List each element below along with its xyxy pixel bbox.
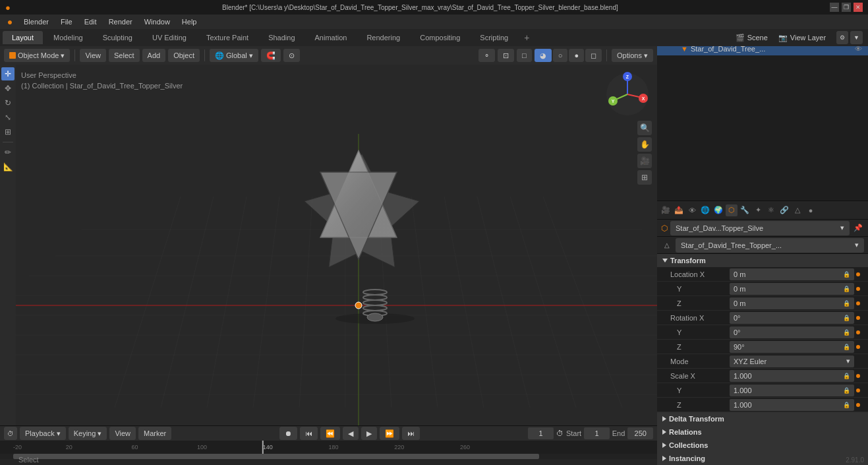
timeline-scrollbar[interactable]: [0, 454, 657, 459]
proportional-edit[interactable]: ⊙: [283, 49, 300, 62]
props-data-icon[interactable]: △: [792, 204, 803, 216]
marker-menu[interactable]: Marker: [138, 427, 171, 440]
tab-compositing[interactable]: Compositing: [411, 31, 469, 44]
view-layer-selector[interactable]: 📷 View Layer: [778, 34, 826, 42]
shading-solid[interactable]: ◕: [535, 49, 552, 62]
blender-logo-menu[interactable]: ●: [3, 15, 17, 29]
snap-button[interactable]: 🧲: [261, 49, 281, 62]
menu-window[interactable]: Window: [139, 16, 175, 27]
scale-tool[interactable]: ⤡: [1, 111, 14, 124]
end-frame[interactable]: 250: [627, 427, 653, 439]
object-menu[interactable]: Object: [168, 49, 200, 62]
nav-gizmo[interactable]: Z X Y: [604, 71, 651, 117]
shading-wireframe[interactable]: ◻: [585, 49, 602, 62]
props-physics-icon[interactable]: ⚛: [765, 204, 777, 216]
menu-blender[interactable]: Blender: [18, 16, 54, 27]
close-button[interactable]: ✕: [854, 3, 863, 12]
transform-selector[interactable]: 🌐 Global ▾: [210, 49, 258, 62]
menu-file[interactable]: File: [55, 16, 78, 27]
props-world-icon[interactable]: 🌍: [712, 204, 724, 216]
delta-transform-header[interactable]: Delta Transform: [657, 412, 868, 425]
object-data-dropdown[interactable]: Star_of_David_Tree_Topper_... ▾: [676, 238, 864, 253]
props-object-icon[interactable]: ⬡: [726, 204, 738, 216]
tab-add[interactable]: +: [519, 30, 535, 46]
xray-toggle[interactable]: □: [517, 49, 532, 62]
tab-uv-editing[interactable]: UV Editing: [143, 31, 196, 44]
object-name-dropdown[interactable]: Star_of_Dav...Topper_Silve ▾: [670, 221, 850, 235]
tab-sculpting[interactable]: Sculpting: [94, 31, 142, 44]
scene-selector[interactable]: 🎬 Scene: [736, 34, 768, 42]
tab-shading[interactable]: Shading: [259, 31, 304, 44]
rotation-y-value[interactable]: 0° 🔒: [730, 326, 854, 338]
render-filter-button[interactable]: ▼: [850, 31, 863, 44]
location-x-value[interactable]: 0 m 🔒: [730, 268, 854, 280]
props-modifier-icon[interactable]: 🔧: [739, 204, 751, 216]
current-frame[interactable]: 1: [528, 427, 554, 439]
props-scene-icon[interactable]: 🌐: [699, 204, 711, 216]
transform-tool[interactable]: ⊞: [1, 125, 14, 139]
location-z-value[interactable]: 0 m 🔒: [730, 297, 854, 309]
viewport-3d[interactable]: User Perspective (1) Collection | Star_o…: [16, 65, 657, 425]
pan-button[interactable]: ✋: [637, 137, 652, 152]
rotation-x-value[interactable]: 0° 🔒: [730, 312, 854, 324]
tab-texture-paint[interactable]: Texture Paint: [197, 31, 258, 44]
props-material-icon[interactable]: ●: [805, 204, 817, 216]
jump-start-button[interactable]: ⏮: [300, 427, 318, 440]
props-constraints-icon[interactable]: 🔗: [778, 204, 790, 216]
object-pin-button[interactable]: 📌: [852, 222, 864, 234]
menu-edit[interactable]: Edit: [79, 16, 102, 27]
tab-rendering[interactable]: Rendering: [357, 31, 409, 44]
playback-menu[interactable]: Playback ▾: [20, 427, 66, 440]
props-view-icon[interactable]: 👁: [686, 204, 698, 216]
mode-selector[interactable]: Object Mode ▾: [4, 49, 70, 62]
annotate-tool[interactable]: ✏: [1, 146, 14, 159]
menu-help[interactable]: Help: [177, 16, 202, 27]
menu-render[interactable]: Render: [103, 16, 138, 27]
scale-x-value[interactable]: 1.000 🔒: [730, 370, 854, 382]
cursor-tool[interactable]: ✛: [1, 67, 14, 80]
location-y-value[interactable]: 0 m 🔒: [730, 283, 854, 295]
rotation-mode-value[interactable]: XYZ Euler ▾: [730, 356, 854, 367]
play-button[interactable]: ▶: [361, 427, 377, 440]
timeline-ruler[interactable]: -20 20 60 100 140 180 220 260: [0, 441, 657, 454]
rotation-z-value[interactable]: 90° 🔒: [730, 341, 854, 353]
tab-layout[interactable]: Layout: [3, 31, 43, 44]
props-particles-icon[interactable]: ✦: [752, 204, 764, 216]
scale-y-value[interactable]: 1.000 🔒: [730, 385, 854, 396]
maximize-button[interactable]: ❐: [842, 3, 851, 12]
jump-end-button[interactable]: ⏭: [402, 427, 420, 440]
tab-animation[interactable]: Animation: [306, 31, 357, 44]
record-button[interactable]: ⏺: [279, 427, 297, 440]
prev-keyframe-button[interactable]: ⏪: [320, 427, 340, 440]
timeline-scroll-thumb[interactable]: [13, 454, 539, 459]
scale-z-value[interactable]: 1.000 🔒: [730, 399, 854, 411]
shading-rendered[interactable]: ●: [569, 49, 584, 62]
timeline-mode-icon[interactable]: ⏱: [4, 427, 17, 440]
overlay-toggle[interactable]: ⊡: [498, 49, 514, 62]
camera-button[interactable]: 🎥: [637, 154, 652, 168]
zoom-in-button[interactable]: 🔍: [637, 121, 652, 135]
props-output-icon[interactable]: 📤: [673, 204, 685, 216]
shading-material[interactable]: ○: [553, 49, 568, 62]
minimize-button[interactable]: —: [830, 3, 839, 12]
tab-modeling[interactable]: Modeling: [44, 31, 92, 44]
rotate-tool[interactable]: ↻: [1, 96, 14, 109]
view-menu-timeline[interactable]: View: [109, 427, 136, 440]
play-reverse-button[interactable]: ◀: [343, 427, 359, 440]
relations-header[interactable]: Relations: [657, 425, 868, 439]
start-frame[interactable]: 1: [584, 427, 610, 439]
titlebar-controls[interactable]: — ❐ ✕: [830, 3, 863, 12]
next-keyframe-button[interactable]: ⏩: [380, 427, 399, 440]
tab-scripting[interactable]: Scripting: [471, 31, 517, 44]
props-render-icon[interactable]: 🎥: [660, 204, 672, 216]
grid-button[interactable]: ⊞: [637, 170, 652, 185]
collections-header[interactable]: Collections: [657, 439, 868, 452]
view-menu[interactable]: View: [80, 49, 106, 62]
render-options-button[interactable]: ⚙: [836, 31, 848, 44]
transform-section-header[interactable]: Transform: [657, 254, 868, 267]
instancing-header[interactable]: Instancing: [657, 452, 868, 465]
gizmo-toggle[interactable]: ⚬: [478, 49, 495, 62]
measure-tool[interactable]: 📐: [1, 160, 14, 173]
options-button[interactable]: Options ▾: [612, 49, 653, 62]
add-menu[interactable]: Add: [142, 49, 166, 62]
